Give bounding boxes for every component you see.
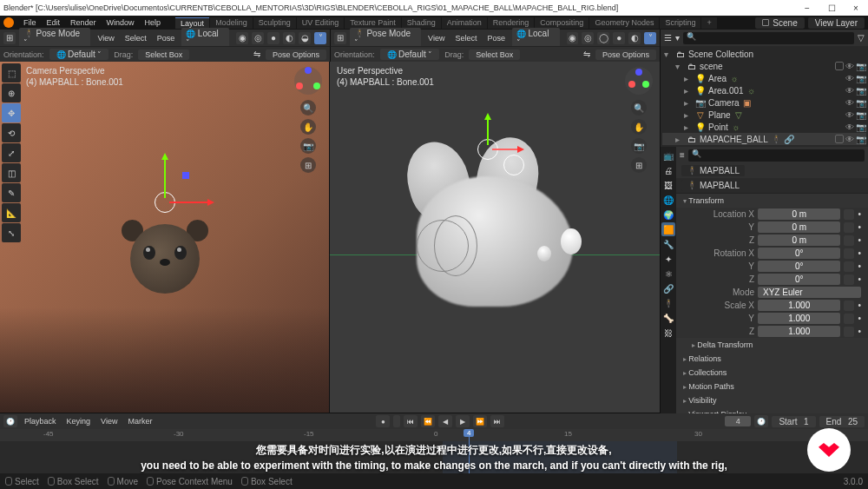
editor-type-icon[interactable]: ⊞: [3, 32, 16, 44]
tool-measure[interactable]: 📐: [2, 203, 21, 222]
ws-tab-layout[interactable]: Layout: [175, 17, 209, 29]
pose-options-dropdown[interactable]: Pose Options: [266, 50, 326, 60]
shading-material[interactable]: ◐: [283, 32, 295, 44]
tab-bone-constraint[interactable]: ⛓: [661, 326, 675, 340]
menu-render[interactable]: Render: [66, 18, 101, 27]
render-icon[interactable]: 📷: [856, 110, 865, 119]
tab-scene[interactable]: 🌐: [661, 193, 675, 207]
tl-menu-marker[interactable]: Marker: [124, 417, 155, 426]
start-frame[interactable]: Start 1: [772, 416, 815, 427]
mode-selector[interactable]: 🕴 Pose Mode ˅: [19, 28, 90, 48]
rotation-mode-value[interactable]: XYZ Euler: [758, 287, 861, 298]
lock-icon[interactable]: [844, 327, 854, 337]
menu-edit[interactable]: Edit: [43, 18, 65, 27]
render-icon[interactable]: 📷: [856, 122, 865, 131]
tl-menu-playback[interactable]: Playback: [21, 417, 60, 426]
props-search[interactable]: 🔍: [688, 149, 865, 162]
tab-output[interactable]: 🖨: [661, 163, 675, 177]
vp-menu-pose[interactable]: Pose: [483, 34, 509, 43]
outliner-search[interactable]: 🔍: [683, 32, 854, 44]
tool-rotate[interactable]: ⟲: [2, 123, 21, 142]
tab-particles[interactable]: ✦: [661, 252, 675, 266]
anim-dot[interactable]: •: [858, 274, 861, 284]
tab-physics[interactable]: ⚛: [661, 267, 675, 281]
lock-icon[interactable]: [844, 209, 854, 220]
section-collections[interactable]: Collections: [676, 366, 868, 380]
tree-item[interactable]: ▸📷 Camera ▣ 👁📷: [662, 96, 866, 109]
jump-prev-keyframe-button[interactable]: ⏪: [421, 415, 435, 427]
menu-file[interactable]: File: [19, 18, 41, 27]
ws-tab-scripting[interactable]: Scripting: [660, 17, 700, 29]
ws-tab-geonodes[interactable]: Geometry Nodes: [589, 17, 659, 29]
outliner-type-icon[interactable]: ☰: [664, 33, 672, 43]
tool-transform[interactable]: ◫: [2, 163, 21, 182]
drag-value[interactable]: Select Box: [138, 50, 189, 60]
ws-tab-add[interactable]: +: [701, 17, 716, 29]
scale-x-value[interactable]: 1.000: [758, 300, 840, 311]
vp-menu-pose[interactable]: Pose: [154, 34, 179, 43]
camera-icon[interactable]: 📷: [631, 138, 647, 154]
vp-menu-select[interactable]: Select: [451, 34, 480, 43]
orientation-selector[interactable]: 🌐 Local ˅: [512, 28, 560, 48]
persp-icon[interactable]: ⊞: [300, 157, 316, 173]
render-icon[interactable]: 📷: [856, 74, 865, 83]
camera-icon[interactable]: 📷: [300, 138, 316, 154]
anim-dot[interactable]: •: [858, 261, 861, 271]
tab-object[interactable]: 🟧: [661, 222, 675, 236]
play-button[interactable]: ▶: [456, 415, 470, 427]
scale-y-value[interactable]: 1.000: [758, 313, 840, 324]
end-frame[interactable]: End 25: [819, 416, 865, 427]
rotation-y-value[interactable]: 0°: [758, 261, 840, 272]
mode-selector[interactable]: 🕴 Pose Mode ˅: [350, 28, 421, 48]
menu-help[interactable]: Help: [141, 18, 166, 27]
preview-range-icon[interactable]: 🕐: [754, 415, 768, 427]
anim-dot[interactable]: •: [858, 209, 861, 219]
tab-bone[interactable]: 🦴: [661, 311, 675, 325]
jump-next-keyframe-button[interactable]: ⏩: [473, 415, 487, 427]
ws-tab-modeling[interactable]: Modeling: [210, 17, 253, 29]
minimize-button[interactable]: −: [799, 3, 816, 13]
tree-item[interactable]: ▾🗀 scene 👁📷: [662, 60, 866, 72]
maximize-button[interactable]: ☐: [823, 3, 840, 13]
pan-icon[interactable]: ✋: [300, 119, 316, 135]
pose-options-dropdown[interactable]: Pose Options: [595, 50, 656, 60]
tool-breakdowner[interactable]: ⤡: [2, 223, 21, 242]
eye-icon[interactable]: 👁: [845, 135, 854, 143]
lock-icon[interactable]: [844, 274, 854, 285]
eye-icon[interactable]: 👁: [845, 110, 854, 119]
tree-item[interactable]: ▸💡 Point ☼ 👁📷: [662, 121, 866, 133]
autokey-button[interactable]: ●: [376, 415, 390, 427]
orbit-gizmo[interactable]: [623, 65, 654, 96]
section-motion-paths[interactable]: Motion Paths: [676, 380, 868, 393]
lock-icon[interactable]: [844, 235, 854, 246]
tl-menu-view[interactable]: View: [97, 417, 121, 426]
timeline-type-icon[interactable]: 🕐: [3, 415, 17, 427]
drag-value[interactable]: Select Box: [469, 50, 520, 60]
props-type-icon[interactable]: ≡: [680, 150, 685, 160]
exclude-checkbox[interactable]: [835, 62, 844, 70]
vp-menu-view[interactable]: View: [424, 34, 448, 43]
shading-solid[interactable]: ●: [267, 32, 279, 44]
zoom-icon[interactable]: 🔍: [631, 100, 647, 116]
persp-icon[interactable]: ⊞: [631, 157, 647, 173]
filter-icon[interactable]: ▽: [858, 33, 865, 43]
shading-rendered[interactable]: ◒: [299, 32, 311, 44]
menu-window[interactable]: Window: [102, 18, 139, 27]
current-frame[interactable]: 4: [725, 416, 751, 426]
ws-tab-texture[interactable]: Texture Paint: [345, 17, 401, 29]
section-visibility[interactable]: Visibility: [676, 393, 868, 407]
overlay-toggle-2[interactable]: ◎: [252, 32, 264, 44]
anim-dot[interactable]: •: [858, 327, 861, 336]
vp-menu-view[interactable]: View: [94, 34, 117, 43]
location-z-value[interactable]: 0 m: [758, 235, 840, 246]
eye-icon[interactable]: 👁: [845, 62, 854, 70]
playhead[interactable]: [469, 429, 470, 473]
jump-end-button[interactable]: ⏭: [490, 415, 504, 427]
lock-icon[interactable]: [844, 248, 854, 259]
overlay-toggle-2[interactable]: ◎: [582, 32, 594, 44]
rotation-z-value[interactable]: 0°: [758, 274, 840, 285]
overlay-toggle[interactable]: ◉: [567, 32, 579, 44]
render-icon[interactable]: 📷: [856, 98, 865, 107]
tree-item[interactable]: ▸💡 Area ☼ 👁📷: [662, 72, 866, 84]
play-reverse-button[interactable]: ◀: [438, 415, 452, 427]
